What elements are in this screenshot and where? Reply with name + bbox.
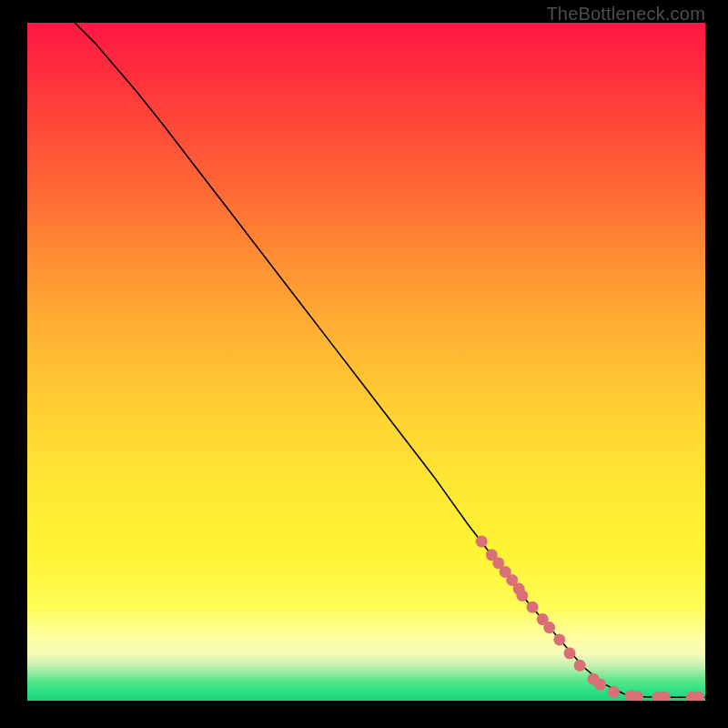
watermark-text: TheBottleneck.com [546, 4, 705, 25]
curve-path [75, 23, 705, 697]
highlight-dot [608, 686, 620, 698]
highlight-dot [553, 633, 565, 645]
plot-area [27, 23, 705, 701]
highlight-dot [564, 647, 576, 659]
chart-stage: TheBottleneck.com [0, 0, 728, 728]
highlight-dot [543, 622, 555, 633]
highlight-dot [527, 602, 539, 613]
highlight-dot [476, 535, 488, 547]
highlight-dot [594, 679, 606, 691]
curve-series [75, 23, 705, 697]
highlight-dots [476, 535, 704, 701]
highlight-dot [574, 660, 586, 672]
highlight-dot [516, 590, 528, 602]
chart-overlay [27, 23, 705, 701]
